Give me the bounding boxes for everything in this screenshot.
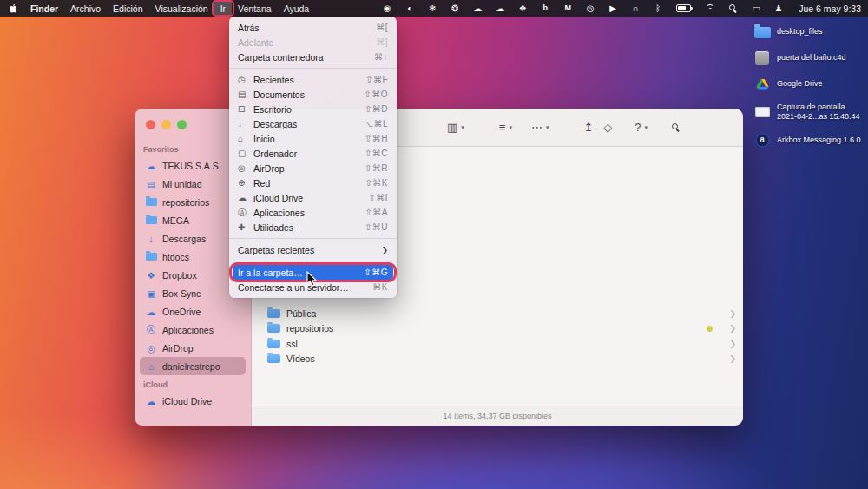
clock-icon: ◷ — [238, 75, 253, 84]
menu-item-aplicaciones[interactable]: ⒶAplicaciones⇧⌘A — [229, 205, 397, 220]
menu-item-documentos[interactable]: ▤Documentos⇧⌘O — [229, 87, 397, 102]
file-row-ssl[interactable]: ssl❯ — [267, 336, 736, 352]
sidebar-item-aplicaciones[interactable]: ⒶAplicaciones — [140, 320, 246, 339]
bluetooth-icon[interactable]: ᛒ — [654, 4, 662, 13]
tag-button[interactable]: ◇ — [603, 122, 612, 133]
folder-icon — [267, 324, 280, 333]
menubar-clock[interactable]: Jue 6 may 9:33 — [799, 3, 861, 14]
desktop-icon-label: Captura de pantalla 2021-04-2...as 15.40… — [777, 102, 866, 122]
menu-item-escritorio[interactable]: ⊡Escritorio⇧⌘D — [229, 102, 397, 116]
menu-item-label: Descargas — [253, 119, 363, 129]
tag-dot — [707, 326, 713, 332]
utils-icon: ✚ — [238, 222, 253, 232]
share-button[interactable]: ↥ — [583, 122, 593, 133]
file-row-repositorios[interactable]: repositorios❯ — [267, 321, 736, 337]
icon-c4d — [753, 50, 771, 66]
zoom-window-button[interactable] — [177, 120, 187, 129]
menu-item-shortcut: ⌘↑ — [374, 52, 388, 62]
contrast-icon[interactable]: ◐ — [405, 4, 414, 13]
desktop-icon-arkbox-messaging-1-6-0[interactable]: aArkbox Messaging 1.6.0 — [753, 133, 866, 149]
menu-item-label: Atrás — [238, 23, 376, 33]
sidebar-item-airdrop[interactable]: ◎AirDrop — [140, 339, 246, 357]
record-icon[interactable]: ◉ — [383, 4, 391, 13]
apple-menu-icon[interactable] — [5, 3, 21, 14]
menu-item-carpetas-recientes[interactable]: Carpetas recientes❯ — [229, 242, 397, 257]
menu-item-atrás[interactable]: Atrás⌘[ — [229, 20, 397, 35]
file-row-vídeos[interactable]: Vídeos❯ — [267, 352, 736, 367]
minimize-window-button[interactable] — [161, 120, 171, 129]
menu-item-label: Recientes — [253, 75, 365, 85]
bitwarden-icon[interactable]: b — [541, 4, 549, 12]
desktop-icon-desktop-files[interactable]: desktop_files — [753, 24, 866, 40]
menu-item-utilidades[interactable]: ✚Utilidades⇧⌘U — [229, 220, 397, 235]
folder-shape — [146, 216, 157, 224]
sidebar-item-icloud-drive[interactable]: ☁iCloud Drive — [140, 392, 246, 410]
headphones-icon[interactable]: ∩ — [631, 4, 640, 13]
menu-item-label: Carpetas recientes — [238, 245, 381, 255]
menubar-item-archivo[interactable]: Archivo — [64, 0, 107, 17]
file-name: Vídeos — [286, 354, 315, 364]
menu-item-adelante[interactable]: Adelante⌘] — [229, 35, 397, 50]
battery-icon[interactable] — [676, 4, 691, 12]
group-button[interactable]: ≡▾ — [499, 122, 512, 133]
sidebar-item-danielrestrepo[interactable]: ⌂danielrestrepo — [140, 357, 246, 375]
menu-item-icloud-drive[interactable]: ☁iCloud Drive⇧⌘I — [229, 190, 397, 205]
spotlight-icon[interactable] — [729, 4, 738, 13]
sidebar-item-onedrive[interactable]: ☁OneDrive — [140, 302, 246, 320]
cloud-icon[interactable]: ☁ — [473, 4, 482, 13]
menubar-item-finder[interactable]: Finder — [24, 0, 64, 17]
cloud-2-icon[interactable]: ☁ — [496, 4, 504, 13]
menu-item-inicio[interactable]: ⌂Inicio⇧⌘H — [229, 131, 397, 146]
menubar-item-ayuda[interactable]: Ayuda — [278, 0, 316, 17]
wifi-icon[interactable] — [705, 4, 715, 12]
menu-separator — [229, 238, 397, 239]
desktop-icon-puerta-del-baño-c4d[interactable]: puerta del baño.c4d — [753, 50, 866, 66]
menu-item-red[interactable]: ⊕Red⇧⌘K — [229, 175, 397, 190]
view-columns-button[interactable]: ▥▾ — [447, 122, 464, 133]
menubar-item-visualización[interactable]: Visualización — [149, 0, 214, 17]
menu-item-descargas[interactable]: ↓Descargas⌥⌘L — [229, 116, 397, 131]
display-icon[interactable]: ▭ — [752, 4, 760, 13]
desktop-icon-label: puerta del baño.c4d — [777, 53, 846, 63]
file-row-pública[interactable]: Pública❯ — [267, 306, 736, 321]
menu-item-airdrop[interactable]: ◎AirDrop⇧⌘R — [229, 161, 397, 175]
disk-icon[interactable]: ◎ — [586, 4, 595, 13]
desktop-icon-captura-de-pantalla-2021-04-2-as-15-40-44[interactable]: Captura de pantalla 2021-04-2...as 15.40… — [753, 102, 866, 122]
tag-icon: ◇ — [603, 122, 612, 133]
play-icon[interactable]: ▶ — [608, 4, 617, 13]
menu-item-ir-a-la-carpeta[interactable]: Ir a la carpeta…⇧⌘G — [233, 265, 393, 280]
menu-item-ordenador[interactable]: ▢Ordenador⇧⌘C — [229, 146, 397, 161]
menu-item-shortcut: ⌘] — [376, 37, 388, 47]
aperture-icon[interactable]: ❂ — [450, 4, 459, 13]
cloud-icon: ☁ — [145, 307, 157, 317]
desktop-icon-google-drive[interactable]: Google Drive — [753, 76, 866, 92]
items-count-label: 14 ítems, 34,37 GB disponibles — [443, 412, 551, 420]
user-icon[interactable]: ♟ — [774, 4, 783, 13]
snowflake-icon[interactable]: ❄ — [428, 4, 437, 13]
search-button[interactable] — [672, 123, 681, 132]
dropbox-icon[interactable]: ❖ — [518, 4, 527, 13]
menubar-item-ir[interactable]: Ir — [214, 0, 232, 17]
gmail-icon[interactable]: M — [563, 4, 572, 12]
group-icon: ≡ — [499, 122, 506, 133]
menubar-item-edición[interactable]: Edición — [107, 0, 148, 17]
menu-item-label: Ordenador — [253, 149, 365, 159]
folder-icon — [145, 253, 157, 261]
help-button[interactable]: ?▾ — [635, 122, 648, 133]
menu-item-label: Conectarse a un servidor… — [238, 282, 372, 293]
menu-item-conectarse-a-un-servidor[interactable]: Conectarse a un servidor…⌘K — [229, 280, 397, 294]
finder-window: Favoritos☁TEKUS S.A.S▤Mi unidadrepositor… — [135, 109, 743, 426]
icon-folder-blue — [753, 24, 771, 40]
more-button[interactable]: ⋯▾ — [531, 122, 549, 133]
menu-item-recientes[interactable]: ◷Recientes⇧⌘F — [229, 72, 397, 87]
battery-shape — [676, 4, 691, 12]
desktop-icon-label: desktop_files — [777, 27, 823, 36]
menubar-item-label: Edición — [113, 3, 142, 14]
menu-item-carpeta-contenedora[interactable]: Carpeta contenedora⌘↑ — [229, 50, 397, 64]
chevron-down-icon: ▾ — [461, 124, 464, 130]
menubar-item-ventana[interactable]: Ventana — [232, 0, 278, 17]
menu-separator — [229, 261, 397, 261]
screenshot-shape — [755, 107, 770, 117]
menu-bar: FinderArchivoEdiciónVisualizaciónIrVenta… — [0, 0, 868, 17]
close-window-button[interactable] — [146, 120, 155, 129]
